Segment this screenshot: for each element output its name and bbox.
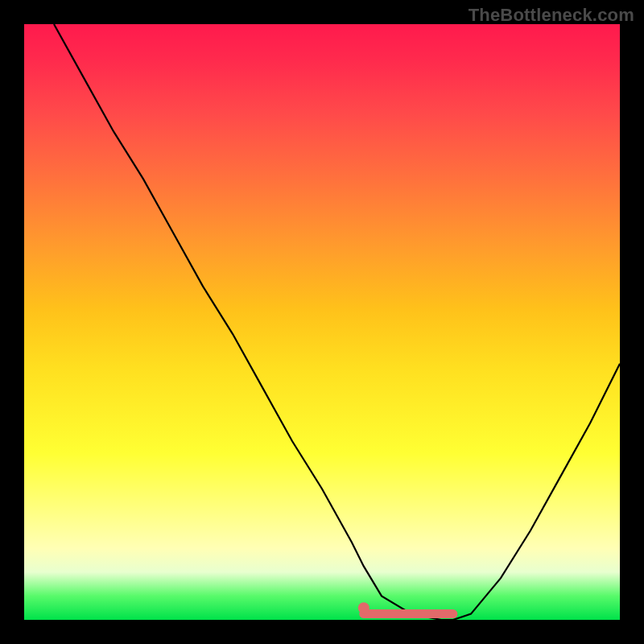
plot-area xyxy=(24,24,620,620)
bottleneck-curve-svg xyxy=(24,24,620,620)
attribution-text: TheBottleneck.com xyxy=(469,5,634,26)
marker-dot xyxy=(358,602,369,613)
chart-frame: TheBottleneck.com xyxy=(0,0,644,644)
bottleneck-curve xyxy=(54,24,620,620)
